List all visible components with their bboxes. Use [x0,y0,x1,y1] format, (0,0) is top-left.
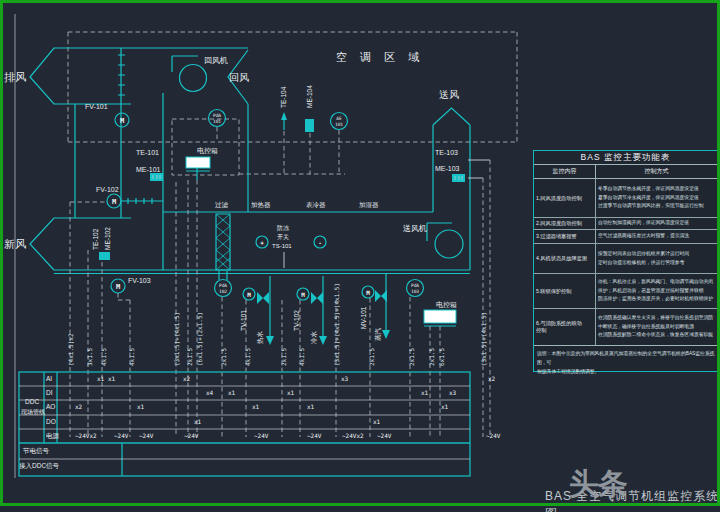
fv103-tag: FV-103 [128,277,151,284]
section-filter-label: 过滤 [215,201,228,210]
header-control-method: 控制方式 [596,165,717,178]
cable-label: (3x1.5)+(4x1.5) [173,312,180,366]
io-row-label: DO [46,418,56,425]
te102-tag: TE-102 [92,229,99,250]
io-row-label: 电源 [46,432,59,441]
svg-text:M: M [112,198,116,206]
valve-body-tv101 [257,292,269,304]
function-row-desc: 冬季自动调节热水阀开度，保证回风温度设定值夏季自动调节冷水阀开度，保证回风温度设… [596,179,717,217]
io-point-marker: x1 [287,389,294,396]
function-table-rows: 1.回风温度自动控制冬季自动调节热水阀开度，保证回风温度设定值夏季自动调节冷水阀… [534,179,717,345]
fv101-tag: FV-101 [85,103,108,110]
ts101-line1: 防冻 [277,224,289,233]
me102-sensor [99,252,110,260]
section-cooler-label: 表冷器 [306,201,326,210]
zone-label: 空 调 区 域 [336,50,424,65]
function-table-row: 3.过滤器堵塞报警空气过滤器两端压差过大时报警，提示清洗 [534,230,717,244]
te103-tag: TE-103 [435,149,458,156]
io-point-marker: ~24V [139,432,153,439]
cable-label: 2x1.5 [408,348,415,366]
function-row-name: 6.与消防系统的联动控制 [534,309,596,345]
te104-probe-arrow [281,112,287,120]
io-point-marker: x4 [206,389,213,396]
cable-label: 2x1.5 [368,348,375,366]
function-row-desc: 空气过滤器两端压差过大时报警，提示清洗 [596,230,717,243]
io-row-label: AI [46,375,52,382]
me103-tag: ME-103 [435,165,460,172]
io-point-marker: ~24Vx2 [342,432,364,439]
function-table-row: 2.回风湿度自动控制自动控制加湿阀开闭，保证回风湿度设定值 [534,218,717,230]
io-bottom-row1-label: 节电信号 [23,447,49,456]
cable-label: 4x1.5 [128,348,135,366]
svg-text:PdA: PdA [411,283,419,288]
io-point-marker: x1 [228,389,235,396]
chilled-water-label: 冷水 [310,331,319,344]
te101-tag: TE-101 [136,149,159,156]
control-box-2-label: 电控箱 [436,300,457,310]
supply-air-label: 送风 [439,88,459,102]
fv102-tag: FV-102 [96,186,119,193]
me101-tag: ME-101 [136,166,161,173]
io-point-marker: x2 [75,403,82,410]
svg-text:M: M [366,289,370,296]
function-row-name: 2.回风湿度自动控制 [534,218,596,229]
watermark-text: 头条@SIN66 [569,464,720,512]
svg-text:M: M [247,291,251,298]
cable-label: 2x1.5 [428,348,435,366]
return-fan-icon [180,65,207,92]
cable-label: (4x1.5)x2 [67,333,74,366]
ts101-line2: 开关 [277,233,289,242]
svg-text:M: M [116,283,120,291]
function-table-note: 说明：本图中示意的为带回风机及蒸汽加湿器控制的全空气调节机组的BAS监控系统图，… [534,345,717,376]
tv102-tag: TV-102 [293,310,300,331]
ts101-tag: TS-101 [272,243,292,249]
fresh-air-arrow-outline [30,218,131,270]
io-point-marker: x1 [108,375,115,382]
function-table-row: 5.联锁保护控制停机：风机停止后，新风风阀门、电动调节阀自动关闭保护；风机启动后… [534,274,717,309]
cable-label: 3x1.5 [86,348,93,366]
steam-flow-arrow [382,330,390,339]
supply-fan-icon [435,230,463,258]
io-left-label-ddc: DDC [25,398,39,405]
exhaust-air-label: 排风 [4,70,26,85]
cable-label: 2x1.5 [220,348,227,366]
io-point-marker: x1 [307,403,314,410]
cable-label: 2x1.5 [280,348,287,366]
io-point-marker: x1 [373,418,380,425]
io-point-marker: ~24V [184,432,198,439]
tv101-tag: TV-101 [240,310,247,331]
io-point-marker: x1 [194,418,201,425]
io-point-marker: ~24V [486,432,500,439]
svg-text:M: M [301,291,305,298]
svg-text:101: 101 [213,119,221,124]
svg-text:102: 102 [219,289,227,294]
mv101-tag: MV-101 [360,307,367,329]
cable-label: 4x1.5 [100,348,107,366]
svg-text:103: 103 [411,289,419,294]
hot-water-label: 热水 [256,331,265,344]
io-point-marker: x1 [252,403,259,410]
exhaust-arrow-outline [30,48,131,104]
section-humidifier-label: 加湿器 [359,201,379,210]
function-table-row: 4.风机状态及故障监测按预定时间表自动启停机组并累计运行时间定时自动提示检修机组… [534,244,717,274]
svg-text:PdA: PdA [219,283,227,288]
function-row-name: 4.风机状态及故障监测 [534,244,596,273]
function-row-name: 1.回风温度自动控制 [534,179,596,217]
svg-text:+: + [260,239,264,246]
control-box-2 [424,310,456,323]
control-box-1-label: 电控箱 [197,146,218,156]
io-bottom-row2-label: 接入DDC信号 [19,462,59,471]
svg-text:PdA: PdA [213,113,221,118]
me104-tag: ME-104 [306,85,313,108]
te104-tag: TE-104 [280,87,287,108]
function-table-header: 监控内容 控制方式 [534,165,717,179]
fresh-air-label: 新风 [4,237,26,252]
me103-sensor [452,174,465,182]
cad-drawing-canvas: M M M M M M PdA 101 PdA 102 PdA 103 [0,0,720,512]
io-row-label: AO [46,403,55,410]
cable-label: 2x1.5 [186,348,193,366]
io-table-grid [19,372,470,476]
io-point-marker: ~24V [254,432,268,439]
valve-body-tv102 [311,292,323,304]
chilled-water-flow-arrow [319,336,327,345]
